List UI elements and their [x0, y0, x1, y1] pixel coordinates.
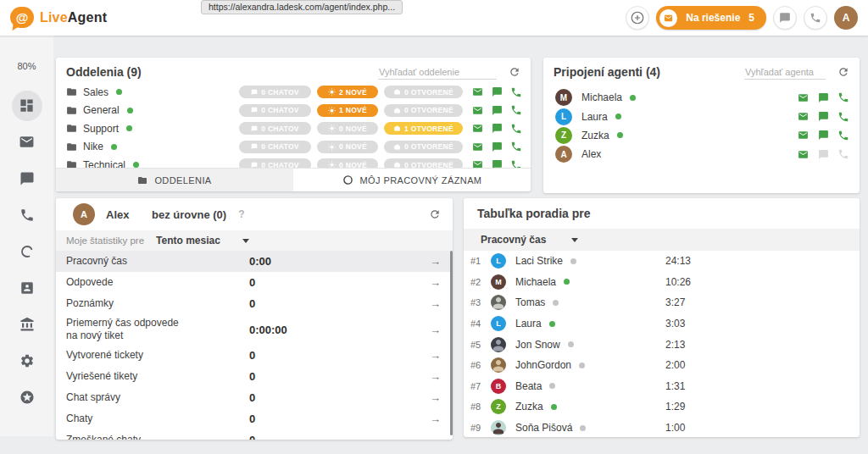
sidebar-item-tickets[interactable]	[0, 124, 53, 160]
department-row[interactable]: Sales 0 CHATOV 2 NOVÉ 0 OTVORENÉ	[56, 83, 531, 102]
department-row[interactable]: Nike 0 CHATOV 0 NOVÉ 0 OTVORENÉ	[56, 138, 531, 157]
to-solve-button[interactable]: Na riešenie 5	[656, 6, 766, 30]
open-badge[interactable]: 0 OTVORENÉ	[384, 104, 463, 117]
mail-action-icon[interactable]	[471, 105, 484, 116]
stat-row[interactable]: Chat správy0→	[56, 387, 453, 408]
stat-row[interactable]: Vytvorené tickety0→	[56, 345, 453, 366]
mail-action-icon[interactable]	[797, 111, 810, 122]
department-row[interactable]: Support 0 CHATOV 0 NOVÉ 1 OTVORENÉ	[56, 119, 531, 138]
new-badge[interactable]: 0 NOVÉ	[317, 141, 378, 153]
search-department-input[interactable]	[378, 65, 497, 80]
stat-row[interactable]: Priemerný čas odpovede na nový tiket0:00…	[56, 314, 453, 345]
liveagent-logo[interactable]: @ LiveAgent	[10, 7, 107, 28]
mail-action-icon[interactable]	[797, 92, 810, 103]
agent-row[interactable]: Z Zuzka	[543, 126, 860, 145]
call-action-icon[interactable]	[837, 111, 849, 123]
add-button[interactable]	[626, 6, 649, 30]
refresh-icon[interactable]	[837, 66, 849, 78]
leaderboard-row[interactable]: #9 Soňa Pišová 1:00	[464, 418, 860, 437]
stat-row[interactable]: Chaty0→	[56, 408, 453, 429]
sidebar-item-settings[interactable]	[0, 342, 53, 379]
stat-row[interactable]: Zmeškané chaty0→	[56, 429, 453, 440]
call-action-icon[interactable]	[837, 130, 849, 141]
leaderboard-row[interactable]: #6 JohnGordon 2:00	[464, 355, 860, 376]
stats-period-dropdown[interactable]: Tento mesiac	[156, 235, 249, 246]
zoom-level: 80%	[0, 61, 53, 71]
bank-icon	[12, 309, 42, 340]
sidebar-item-dashboard[interactable]	[0, 87, 53, 124]
call-action-icon[interactable]	[510, 123, 522, 135]
call-action-icon[interactable]	[837, 91, 849, 103]
chat-action-icon[interactable]	[492, 141, 503, 152]
leaderboard-row[interactable]: #8 Z Zuzka 1:29	[464, 396, 860, 418]
open-badge[interactable]: 1 OTVORENÉ	[384, 122, 463, 135]
chats-badge[interactable]: 0 CHATOV	[239, 86, 311, 98]
status-dot	[615, 114, 621, 119]
leaderboard-row[interactable]: #3 Tomas 3:27	[464, 292, 860, 313]
chats-badge[interactable]: 0 CHATOV	[239, 122, 311, 135]
agent-row[interactable]: L Laura	[543, 107, 860, 125]
chat-action-icon[interactable]	[492, 159, 503, 168]
sidebar-item-billing[interactable]	[0, 306, 53, 342]
sidebar-item-contacts[interactable]	[0, 269, 53, 306]
tab-oddelenia[interactable]: ODDELENIA	[56, 169, 293, 191]
stat-row[interactable]: Odpovede0→	[56, 272, 453, 293]
chats-badge[interactable]: 0 CHATOV	[239, 104, 311, 117]
call-action-icon[interactable]	[510, 104, 522, 116]
mail-action-icon[interactable]	[797, 149, 810, 160]
chat-action-icon[interactable]	[818, 92, 829, 103]
new-badge[interactable]: 2 NOVÉ	[317, 86, 378, 98]
chat-action-icon[interactable]	[492, 105, 503, 116]
help-icon[interactable]: ?	[238, 208, 244, 220]
stat-row[interactable]: Pracovný čas0:00→	[56, 251, 453, 272]
new-badge[interactable]: 1 NOVÉ	[317, 104, 378, 117]
open-badge[interactable]: 0 OTVORENÉ	[384, 158, 463, 168]
chat-action-icon[interactable]	[818, 111, 829, 122]
chat-action-icon[interactable]	[818, 149, 829, 160]
chats-badge[interactable]: 0 CHATOV	[239, 158, 311, 168]
chat-action-icon[interactable]	[818, 130, 829, 141]
chat-action-icon[interactable]	[492, 86, 503, 97]
call-action-icon[interactable]	[510, 141, 522, 152]
agents-list: M Michaela L Laura Z Zuzka	[543, 88, 860, 164]
mail-action-icon[interactable]	[471, 159, 484, 168]
agent-row[interactable]: A Alex	[543, 145, 860, 163]
stat-row[interactable]: Vyriešené tikety0→	[56, 366, 453, 387]
mail-action-icon[interactable]	[471, 141, 484, 152]
leaderboard-row[interactable]: #7 B Beata 1:31	[464, 376, 860, 397]
calls-button[interactable]	[804, 6, 827, 30]
stat-row[interactable]: Poznámky0→	[56, 293, 453, 314]
refresh-icon[interactable]	[429, 208, 441, 220]
sidebar-item-calls[interactable]	[0, 197, 53, 233]
search-agent-input[interactable]	[744, 65, 826, 80]
scrollbar[interactable]	[450, 251, 453, 435]
refresh-icon[interactable]	[509, 66, 520, 78]
agent-row[interactable]: M Michaela	[543, 88, 860, 107]
leaderboard-row[interactable]: #5 Jon Snow 2:13	[464, 334, 860, 355]
open-badge[interactable]: 0 OTVORENÉ	[384, 141, 463, 153]
call-action-icon[interactable]	[510, 159, 522, 168]
mail-action-icon[interactable]	[471, 123, 484, 134]
mail-action-icon[interactable]	[797, 130, 810, 141]
chat-action-icon[interactable]	[492, 123, 503, 134]
leaderboard-row[interactable]: #1 L Laci Strike 24:13	[464, 251, 860, 272]
department-row[interactable]: Technical 0 CHATOV 0 NOVÉ 0 OTVORENÉ	[56, 156, 531, 168]
open-badge[interactable]: 0 OTVORENÉ	[384, 86, 463, 98]
user-avatar[interactable]: A	[834, 6, 858, 30]
department-row[interactable]: General 0 CHATOV 1 NOVÉ 0 OTVORENÉ	[56, 102, 531, 120]
new-badge[interactable]: 0 NOVÉ	[317, 158, 378, 168]
leaderboard-row[interactable]: #2 M Michaela 10:26	[464, 272, 860, 293]
ticket-envelope-icon	[659, 9, 677, 27]
chats-badge[interactable]: 0 CHATOV	[239, 141, 311, 153]
chats-button[interactable]	[773, 6, 797, 30]
leaderboard-row[interactable]: #4 L Laura 3:03	[464, 313, 860, 335]
sidebar-item-time[interactable]	[0, 233, 53, 269]
call-action-icon[interactable]	[510, 86, 522, 98]
call-action-icon[interactable]	[837, 148, 849, 160]
new-badge[interactable]: 0 NOVÉ	[317, 122, 378, 135]
leaderboard-metric-dropdown[interactable]: Pracovný čas	[481, 234, 578, 246]
sidebar-item-chats[interactable]	[0, 160, 53, 197]
mail-action-icon[interactable]	[471, 86, 484, 97]
sidebar-item-gamification[interactable]	[0, 379, 53, 415]
tab-moj-pracovny-zaznam[interactable]: MÔJ PRACOVNÝ ZÁZNAM	[293, 169, 531, 191]
